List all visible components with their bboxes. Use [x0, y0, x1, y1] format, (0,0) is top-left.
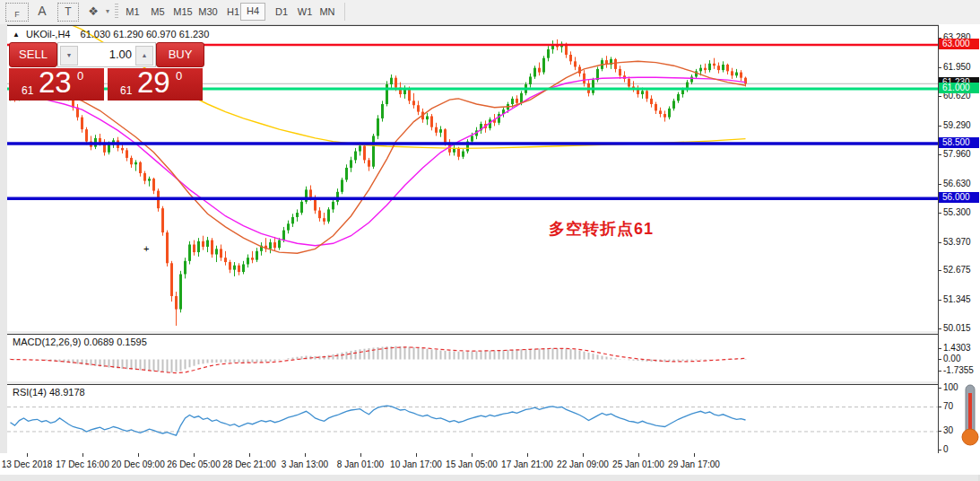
candle-down — [224, 258, 227, 262]
tab-timeframe-h4-active[interactable]: H4 — [240, 3, 265, 21]
candle-down — [395, 78, 397, 88]
macd-canvas[interactable] — [7, 335, 939, 382]
candle-down — [650, 99, 653, 104]
candle-up — [381, 104, 384, 118]
candle-up — [184, 261, 186, 275]
tab-timeframe-mn[interactable]: MN — [316, 4, 339, 20]
candle-up — [188, 244, 191, 260]
rsi-tick-label: 100 — [943, 382, 958, 392]
volume-increase-button[interactable]: ▲ — [135, 46, 153, 66]
candle-up — [699, 68, 702, 72]
palette-icon[interactable]: ❖ — [84, 3, 102, 20]
time-axis-label: 26 Dec 05:00 — [167, 459, 221, 469]
price-tick-mark — [939, 213, 941, 214]
candle-up — [327, 209, 330, 221]
candle-down — [85, 129, 88, 141]
price-tick-mark — [939, 328, 941, 329]
time-axis-label: 25 Jan 01:00 — [612, 459, 664, 469]
palette-dropdown-caret-icon[interactable]: ▾ — [102, 3, 113, 20]
t-label: T — [65, 5, 71, 18]
toolbar-grip[interactable] — [115, 4, 118, 20]
sell-button[interactable]: SELL — [9, 42, 57, 67]
text-label-icon[interactable]: A — [34, 3, 50, 20]
candle-up — [287, 223, 290, 230]
candle-up — [206, 240, 209, 247]
candle-up — [542, 58, 545, 73]
volume-decrease-button[interactable]: ▼ — [60, 46, 78, 66]
candle-down — [457, 148, 460, 157]
candle-up — [278, 240, 281, 249]
candle-up — [471, 136, 473, 141]
spin-up-icon: ▲ — [142, 52, 148, 58]
candle-down — [166, 232, 169, 263]
candle-down — [229, 262, 231, 270]
candle-up — [547, 49, 550, 58]
tab-timeframe-w1[interactable]: W1 — [294, 4, 316, 20]
collapse-triangle-icon[interactable]: ▲ — [13, 31, 20, 39]
candle-down — [569, 55, 572, 61]
candle-up — [462, 152, 464, 157]
volume-field[interactable]: ▼ 1.00 ▲ — [57, 42, 156, 67]
price-badge-63.000: 63.000 — [939, 39, 979, 49]
candle-down — [704, 68, 707, 70]
time-axis-label: 17 Jan 21:00 — [501, 459, 553, 469]
sell-price-big: 23 — [39, 66, 72, 100]
chart-annotation-text: 多空转折点61 — [549, 218, 654, 240]
price-badge-61.000: 61.000 — [939, 83, 979, 93]
buy-button[interactable]: BUY — [156, 42, 204, 67]
candle-down — [583, 74, 585, 83]
candle-up — [242, 265, 245, 273]
candle-down — [139, 162, 142, 173]
candle-up — [426, 116, 429, 119]
candle-up — [332, 202, 334, 210]
candle-down — [126, 150, 128, 158]
buy-price-sup: 0 — [176, 69, 182, 83]
rsi-canvas[interactable] — [7, 385, 939, 453]
macd-tick-mark — [939, 348, 941, 349]
buy-price-big: 29 — [137, 66, 170, 100]
macd-tick-label: 1.4303 — [943, 343, 971, 353]
candle-down — [408, 89, 411, 101]
rsi-tick-mark — [939, 431, 941, 432]
candle-down — [713, 64, 715, 66]
candle-up — [386, 84, 388, 104]
candle-up — [354, 152, 357, 161]
template-f-icon[interactable]: F — [5, 3, 29, 22]
candle-down — [363, 145, 366, 160]
tab-timeframe-m1[interactable]: M1 — [122, 4, 143, 20]
candle-up — [533, 68, 536, 77]
candle-down — [744, 78, 747, 84]
time-tick-mark — [138, 453, 139, 457]
buy-price-tile[interactable]: 61 29 0 — [108, 68, 203, 101]
candle-up — [677, 94, 680, 101]
sell-price-tile[interactable]: 61 23 0 — [9, 68, 104, 101]
symbol-period-label: UKOil-,H4 — [26, 29, 71, 39]
volume-value[interactable]: 1.00 — [109, 43, 132, 66]
macd-pane[interactable] — [7, 334, 939, 383]
candle-down — [99, 138, 101, 143]
time-axis[interactable]: 13 Dec 201817 Dec 16:0020 Dec 09:0026 De… — [0, 453, 980, 475]
tab-timeframe-m5[interactable]: M5 — [147, 4, 169, 20]
sell-price-small: 61 — [22, 84, 33, 97]
candle-down — [726, 65, 729, 71]
time-axis-label: 17 Dec 16:00 — [56, 459, 109, 469]
thermometer-icon[interactable] — [960, 382, 980, 450]
time-axis-label: 22 Jan 09:00 — [557, 459, 609, 469]
candle-up — [511, 99, 514, 104]
price-tick-label: 57.960 — [943, 149, 971, 159]
time-tick-mark — [638, 453, 639, 457]
candle-down — [717, 66, 720, 70]
candle-up — [300, 202, 303, 213]
tab-timeframe-d1[interactable]: D1 — [271, 4, 292, 20]
candle-up — [592, 80, 594, 93]
candle-up — [108, 144, 110, 153]
price-badge-58.500: 58.500 — [939, 137, 979, 148]
text-box-icon[interactable]: T — [57, 3, 79, 22]
candle-down — [628, 79, 630, 87]
tab-timeframe-m15[interactable]: M15 — [170, 4, 195, 20]
tab-timeframe-m30[interactable]: M30 — [195, 4, 221, 20]
rsi-pane[interactable] — [7, 384, 939, 454]
candle-up — [372, 136, 375, 166]
time-axis-label: 13 Dec 2018 — [2, 459, 53, 469]
time-axis-label: 20 Dec 09:00 — [111, 459, 165, 469]
